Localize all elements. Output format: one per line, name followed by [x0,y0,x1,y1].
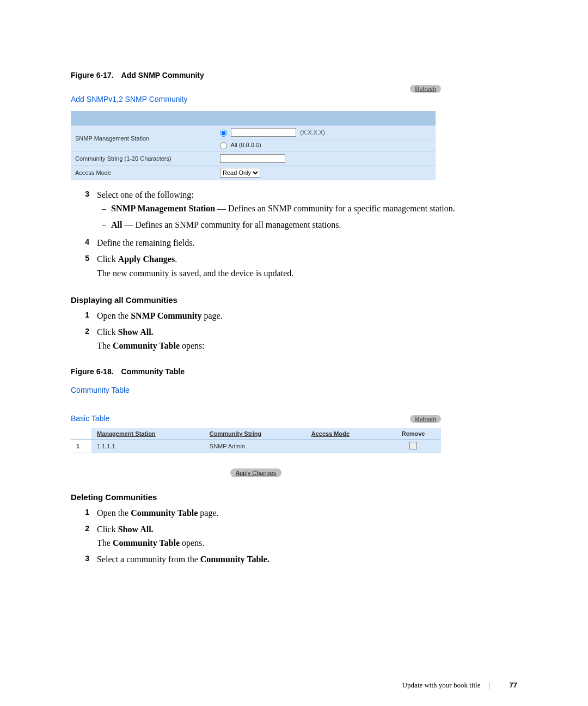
dash-icon: – [97,218,111,232]
sa-step1-number: 1 [71,309,97,323]
row1-idx: 1 [71,439,91,453]
figure1-caption-prefix: Figure 6-17. [71,71,114,80]
col-remove: Remove [385,428,441,440]
remove-checkbox[interactable] [409,442,417,449]
section-deleting-title: Deleting Communities [71,492,517,502]
col-am[interactable]: Access Mode [306,428,385,440]
community-string-label: Community String (1-20 Characters) [71,151,216,165]
screenshot2-title1: Community Table [71,386,441,394]
access-mode-select[interactable]: Read Only [220,168,260,178]
mgmt-station-specific-radio[interactable] [220,130,227,137]
step3-sub1: SNMP Management Station — Defines an SNM… [111,202,455,216]
step3-sub2: All — Defines an SNMP community for all … [111,218,341,232]
sb-step2-number: 2 [71,522,97,550]
page-footer: Update with your book title | 77 [402,681,517,690]
step5-number: 5 [71,252,97,280]
sb-step3-number: 3 [71,552,97,567]
step5-line2: The new community is saved, and the devi… [97,266,517,281]
access-mode-label: Access Mode [71,165,216,180]
row1-am [306,439,385,453]
step3-intro: Select one of the following: [97,188,517,202]
figure1-caption: Figure 6-17.Add SNMP Community [71,71,517,80]
sb-step3-text: Select a community from the Community Ta… [97,552,517,567]
screenshot2-title2: Basic Table [71,414,441,423]
refresh-button[interactable]: Refresh [410,85,441,93]
sb-step2-line2: The Community Table opens. [97,536,517,550]
figure2-caption: Figure 6-18.Community Table [71,367,517,376]
mgmt-station-label: SNMP Management Station [71,126,216,152]
section-displaying-title: Displaying all Communities [71,295,517,305]
mgmt-station-all-label: All (0.0.0.0) [230,142,261,148]
community-string-input[interactable] [220,154,285,163]
sb-step1-number: 1 [71,506,97,520]
mgmt-station-hint: (X.X.X.X) [300,129,325,136]
snmp-form-table: SNMP Management Station (X.X.X.X) All (0… [71,111,436,180]
col-index [71,428,91,440]
community-table: Management Station Community String Acce… [71,428,441,453]
apply-changes-button[interactable]: Apply Changes [230,468,282,477]
table-row: 1 1.1.1.1 SNMP Admin [71,439,441,453]
refresh-button-2[interactable]: Refresh [410,415,441,423]
footer-book: Update with your book title [402,681,481,689]
mgmt-station-all-radio[interactable] [220,142,227,149]
figure1-screenshot: Refresh Add SNMPv1,2 SNMP Community SNMP… [71,89,441,180]
sa-step2-number: 2 [71,325,97,353]
step5-line1: Click Apply Changes. [97,252,517,266]
row1-cs: SNMP Admin [204,439,306,453]
figure2-caption-prefix: Figure 6-18. [71,367,114,376]
screenshot1-title: Add SNMPv1,2 SNMP Community [71,89,441,111]
sb-step1-text: Open the Community Table page. [97,506,517,520]
step4-text: Define the remaining fields. [97,236,517,250]
step4-number: 4 [71,236,97,250]
col-mgmt[interactable]: Management Station [91,428,204,440]
row1-mgmt: 1.1.1.1 [91,439,204,453]
figure2-caption-title: Community Table [121,367,185,376]
step3-number: 3 [71,188,97,234]
figure1-caption-title: Add SNMP Community [121,71,204,80]
col-cs[interactable]: Community String [204,428,306,440]
mgmt-station-ip-input[interactable] [231,128,296,137]
sa-step2-line2: The Community Table opens: [97,339,517,353]
sa-step1-text: Open the SNMP Community page. [97,309,517,323]
dash-icon: – [97,202,111,216]
sa-step2-line1: Click Show All. [97,325,517,339]
footer-page: 77 [510,681,517,689]
sb-step2-line1: Click Show All. [97,522,517,537]
figure2-screenshot: Community Table Refresh Basic Table Mana… [71,386,441,477]
